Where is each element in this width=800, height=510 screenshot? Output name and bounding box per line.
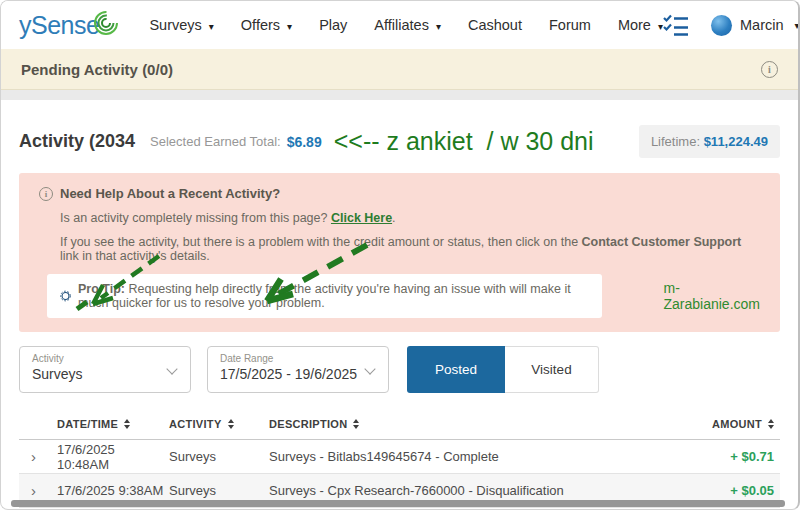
- nav-item-affiliates[interactable]: Affiliates ▾: [374, 17, 441, 33]
- cell-amount: + $0.05: [730, 483, 774, 498]
- sort-icon: [768, 419, 774, 429]
- activity-table: DATE/TIME ACTIVITY DESCRIPTION AMOUNT › …: [19, 409, 780, 510]
- info-icon[interactable]: i: [761, 61, 778, 78]
- help-box-title: Need Help About a Recent Activity?: [60, 186, 280, 201]
- sort-icon: [228, 419, 234, 429]
- table-header-row: DATE/TIME ACTIVITY DESCRIPTION AMOUNT: [19, 409, 780, 440]
- caret-down-icon: ▾: [209, 21, 214, 32]
- help-line-problem: If you see the activity, but there is a …: [39, 235, 760, 263]
- visited-tab-button[interactable]: Visited: [505, 346, 599, 393]
- ysense-logo[interactable]: ySense: [19, 11, 123, 40]
- pro-tip-box: Pro Tip: Requesting help directly from t…: [47, 274, 602, 318]
- activity-filter-select[interactable]: Activity Surveys: [19, 346, 191, 393]
- sort-icon: [353, 419, 359, 429]
- caret-down-icon: ▾: [436, 21, 441, 32]
- pro-tip-badge-icon: [60, 288, 71, 304]
- table-row[interactable]: › 17/6/2025 10:48AM Surveys Surveys - Bi…: [19, 440, 780, 474]
- chevron-right-icon[interactable]: ›: [31, 483, 57, 498]
- help-line-missing: Is an activity completely missing from t…: [39, 211, 760, 225]
- column-header-amount[interactable]: AMOUNT: [712, 418, 774, 430]
- nav-menu: Surveys ▾ Offers ▾ Play Affiliates ▾ Cas…: [149, 17, 663, 33]
- nav-item-forum[interactable]: Forum: [549, 17, 591, 33]
- column-header-activity[interactable]: ACTIVITY: [169, 418, 269, 430]
- selected-earned-value: $6.89: [287, 134, 322, 150]
- activity-filter-label: Activity: [32, 353, 178, 364]
- help-box: i Need Help About a Recent Activity? Is …: [19, 173, 780, 332]
- main-content: Activity (2034 Selected Earned Total: $6…: [1, 125, 798, 510]
- handwritten-annotation: <<-- z ankiet / w 30 dni: [334, 127, 594, 156]
- activity-title: Activity (2034: [19, 131, 135, 152]
- posted-tab-button[interactable]: Posted: [407, 346, 505, 393]
- posted-visited-toggle: Posted Visited: [407, 346, 599, 393]
- cell-datetime: 17/6/2025 10:48AM: [57, 442, 169, 472]
- activity-filter-value: Surveys: [32, 366, 178, 382]
- filters-row: Activity Surveys Date Range 17/5/2025 - …: [19, 346, 780, 393]
- date-range-select[interactable]: Date Range 17/5/2025 - 19/6/2025: [207, 346, 389, 393]
- date-range-label: Date Range: [220, 353, 376, 364]
- pro-tip-text: Requesting help directly from the activi…: [78, 282, 571, 310]
- cell-description: Surveys - Cpx Research-7660000 - Disqual…: [269, 483, 654, 498]
- contact-support-text: Contact Customer Support: [582, 235, 742, 249]
- selected-earned-label: Selected Earned Total:: [150, 134, 281, 149]
- watermark-text: m-Zarabianie.com: [664, 280, 761, 312]
- user-name: Marcin: [740, 17, 784, 33]
- screenshot-bottom-edge: [11, 500, 785, 507]
- cell-amount: + $0.71: [730, 449, 774, 464]
- caret-down-icon: ▾: [795, 20, 800, 31]
- user-menu[interactable]: Marcin ▾: [711, 15, 800, 36]
- caret-down-icon: ▾: [287, 21, 292, 32]
- nav-item-more[interactable]: More ▾: [618, 17, 663, 33]
- column-header-description[interactable]: DESCRIPTION: [269, 418, 654, 430]
- nav-item-play[interactable]: Play: [319, 17, 347, 33]
- date-range-value: 17/5/2025 - 19/6/2025: [220, 366, 376, 382]
- column-header-datetime[interactable]: DATE/TIME: [57, 418, 169, 430]
- nav-item-cashout[interactable]: Cashout: [468, 17, 522, 33]
- info-icon: i: [39, 187, 53, 201]
- pro-tip-label: Pro Tip:: [78, 282, 125, 296]
- activity-header: Activity (2034 Selected Earned Total: $6…: [19, 125, 780, 158]
- nav-item-surveys[interactable]: Surveys ▾: [149, 17, 213, 33]
- page-frame: ySense Surveys ▾ Offers ▾ Play Affiliate…: [0, 0, 800, 510]
- lifetime-total-badge: Lifetime: $11,224.49: [639, 125, 780, 158]
- pending-activity-title: Pending Activity (0/0): [21, 61, 173, 78]
- cell-activity: Surveys: [169, 449, 269, 464]
- nav-right-cluster: Marcin ▾: [663, 14, 800, 36]
- click-here-link[interactable]: Click Here: [331, 211, 392, 225]
- chevron-right-icon[interactable]: ›: [31, 449, 57, 464]
- divider-strip: [1, 90, 798, 100]
- nav-item-offers[interactable]: Offers ▾: [241, 17, 292, 33]
- sort-icon: [124, 419, 130, 429]
- user-avatar: [711, 15, 732, 36]
- logo-swirl-icon: [93, 8, 123, 38]
- lifetime-total-value: $11,224.49: [704, 134, 768, 149]
- cell-datetime: 17/6/2025 9:38AM: [57, 483, 169, 498]
- checklist-icon[interactable]: [663, 14, 689, 36]
- cell-activity: Surveys: [169, 483, 269, 498]
- logo-text: ySense: [19, 11, 99, 40]
- pending-activity-bar[interactable]: Pending Activity (0/0) i: [1, 49, 798, 90]
- top-nav: ySense Surveys ▾ Offers ▾ Play Affiliate…: [1, 1, 798, 49]
- cell-description: Surveys - Bitlabs149645674 - Complete: [269, 449, 654, 464]
